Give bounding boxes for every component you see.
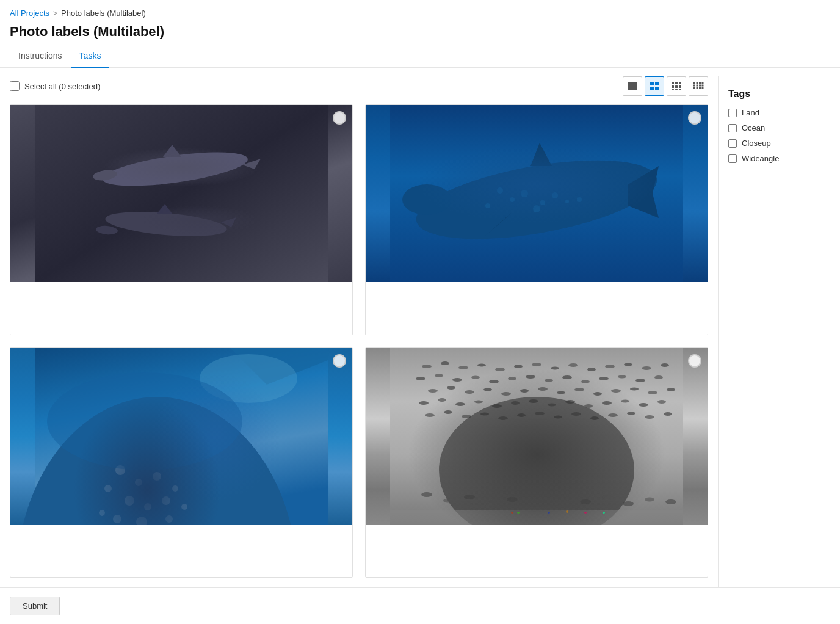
- view-3col-button[interactable]: [667, 76, 686, 96]
- svg-point-59: [165, 515, 173, 523]
- svg-point-48: [135, 479, 142, 486]
- tag-wideangle[interactable]: Wideangle: [728, 154, 830, 163]
- svg-point-134: [421, 492, 432, 497]
- svg-rect-62: [390, 348, 683, 525]
- svg-point-55: [181, 504, 187, 510]
- svg-rect-18: [693, 85, 695, 87]
- image-card: [365, 347, 708, 578]
- breadcrumb-separator: >: [53, 9, 57, 18]
- view-4col-button[interactable]: [689, 76, 708, 96]
- svg-point-123: [498, 416, 508, 420]
- svg-point-122: [480, 412, 489, 415]
- svg-point-27: [101, 146, 250, 193]
- svg-point-141: [623, 501, 634, 506]
- svg-point-148: [566, 510, 568, 513]
- tag-closeup-checkbox[interactable]: [728, 139, 737, 148]
- tag-ocean-checkbox[interactable]: [728, 124, 737, 132]
- svg-point-72: [587, 368, 596, 371]
- svg-point-28: [92, 169, 118, 181]
- svg-point-88: [618, 375, 626, 378]
- svg-point-44: [402, 184, 451, 215]
- svg-rect-9: [675, 85, 678, 88]
- submit-button[interactable]: Submit: [10, 597, 60, 615]
- svg-rect-11: [672, 89, 674, 90]
- svg-point-130: [627, 412, 635, 415]
- svg-point-89: [635, 379, 645, 382]
- svg-point-101: [611, 389, 621, 393]
- svg-point-95: [501, 392, 511, 396]
- svg-point-66: [477, 363, 486, 366]
- tab-tasks[interactable]: Tasks: [71, 46, 110, 68]
- svg-rect-26: [35, 105, 328, 282]
- svg-point-43: [440, 196, 444, 200]
- svg-rect-25: [702, 87, 704, 89]
- view-buttons: [623, 76, 708, 96]
- view-3col-icon: [671, 81, 682, 92]
- svg-point-37: [552, 192, 558, 198]
- image-card: [10, 104, 353, 335]
- card-radio-2[interactable]: [688, 111, 701, 125]
- svg-point-53: [144, 503, 151, 510]
- image-card-inner: [366, 105, 708, 282]
- svg-point-81: [489, 380, 499, 383]
- view-2col-icon: [649, 81, 660, 92]
- svg-point-125: [535, 412, 545, 415]
- svg-point-56: [99, 510, 105, 516]
- svg-point-94: [483, 388, 492, 391]
- svg-rect-6: [675, 82, 678, 84]
- svg-point-99: [574, 388, 584, 391]
- svg-point-29: [104, 208, 228, 240]
- svg-point-91: [428, 389, 438, 393]
- svg-rect-45: [35, 348, 328, 525]
- sidebar: Tags Land Ocean Closeup Wideangle: [718, 76, 840, 587]
- select-all-label[interactable]: Select all (0 selected): [10, 81, 100, 91]
- svg-point-39: [485, 203, 490, 208]
- tag-land-label: Land: [742, 108, 759, 117]
- tag-ocean[interactable]: Ocean: [728, 123, 830, 132]
- image-card: [10, 347, 353, 578]
- svg-point-107: [455, 402, 465, 406]
- tag-wideangle-checkbox[interactable]: [728, 154, 737, 163]
- svg-point-57: [113, 515, 121, 523]
- image-card-inner: [366, 348, 708, 525]
- svg-point-41: [577, 197, 582, 202]
- tag-land-checkbox[interactable]: [728, 109, 737, 117]
- image-card-inner: [10, 105, 352, 282]
- breadcrumb-all-projects[interactable]: All Projects: [10, 9, 49, 18]
- svg-point-80: [471, 375, 480, 379]
- svg-rect-15: [697, 82, 698, 84]
- svg-point-145: [511, 512, 513, 514]
- svg-point-100: [593, 392, 602, 396]
- svg-point-111: [529, 399, 538, 403]
- svg-point-105: [419, 401, 429, 405]
- svg-point-139: [580, 499, 591, 504]
- svg-rect-21: [702, 85, 704, 87]
- sidebar-title: Tags: [728, 89, 830, 100]
- svg-point-49: [153, 472, 161, 481]
- view-2col-button[interactable]: [645, 76, 664, 96]
- svg-point-119: [425, 413, 435, 417]
- svg-rect-20: [699, 85, 701, 87]
- svg-point-136: [464, 495, 475, 499]
- svg-rect-7: [679, 82, 681, 84]
- svg-point-58: [136, 517, 147, 525]
- svg-point-30: [95, 225, 118, 235]
- svg-point-82: [508, 377, 516, 380]
- svg-point-42: [438, 194, 446, 201]
- tag-closeup[interactable]: Closeup: [728, 139, 830, 148]
- tab-instructions[interactable]: Instructions: [10, 46, 71, 68]
- page-title: Photo labels (Multilabel): [0, 21, 840, 46]
- card-radio-4[interactable]: [688, 354, 701, 368]
- svg-point-150: [603, 512, 605, 514]
- svg-point-71: [568, 363, 578, 367]
- svg-point-118: [657, 400, 666, 404]
- svg-rect-24: [699, 87, 701, 89]
- svg-point-70: [551, 366, 559, 369]
- image-card-inner: [10, 348, 352, 525]
- card-radio-1[interactable]: [333, 111, 346, 125]
- tag-land[interactable]: Land: [728, 108, 830, 117]
- view-large-button[interactable]: [623, 76, 642, 96]
- svg-point-96: [520, 389, 529, 393]
- card-radio-3[interactable]: [333, 354, 346, 368]
- select-all-checkbox[interactable]: [10, 81, 20, 91]
